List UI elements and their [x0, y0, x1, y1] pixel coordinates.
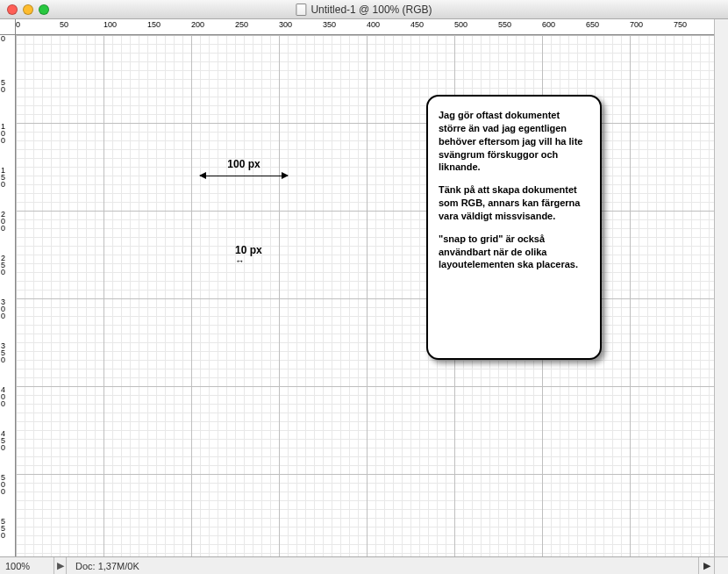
document-size-info: Doc: 1,37M/0K — [67, 561, 148, 571]
ruler-origin[interactable] — [0, 19, 16, 35]
ruler-h-tick: 400 — [367, 19, 380, 29]
window-titlebar: Untitled-1 @ 100% (RGB) — [0, 0, 728, 19]
ruler-h-tick: 100 — [103, 19, 117, 29]
status-bar: 100% ▶ Doc: 1,37M/0K ▶ — [0, 556, 714, 574]
dimension-100px-label: 100 px — [200, 158, 288, 170]
ruler-h-tick: 300 — [279, 19, 292, 29]
ruler-v-tick: 0 — [1, 532, 5, 540]
ruler-v-tick: 0 — [1, 137, 5, 145]
note-paragraph-1: Jag gör oftast dokumentet större än vad … — [439, 109, 589, 174]
ruler-v-tick: 0 — [1, 312, 5, 320]
dimension-100px: 100 px — [200, 158, 288, 181]
note-paragraph-2: Tänk på att skapa dokumentet som RGB, an… — [439, 183, 589, 223]
ruler-h-tick: 700 — [630, 19, 643, 29]
canvas[interactable]: 100 px 10 px ↔ Jag gör oftast dokumentet… — [16, 35, 714, 556]
dimension-10px-label: 10 px — [235, 244, 262, 256]
ruler-vertical[interactable]: 050100150200250300350400450500550 — [0, 35, 16, 556]
window-title: Untitled-1 @ 100% (RGB) — [296, 4, 432, 16]
ruler-h-tick: 550 — [498, 19, 511, 29]
dimension-10px-arrow: ↔ — [235, 256, 262, 266]
traffic-lights — [7, 4, 49, 15]
close-button[interactable] — [7, 4, 18, 15]
ruler-h-tick: 200 — [191, 19, 204, 29]
ruler-h-tick: 250 — [235, 19, 248, 29]
ruler-v-tick: 0 — [1, 269, 5, 276]
scrollbar-vertical[interactable] — [714, 19, 728, 556]
ruler-v-tick: 0 — [1, 444, 5, 452]
resize-handle[interactable] — [714, 556, 728, 574]
ruler-h-tick: 50 — [60, 19, 68, 29]
ruler-h-tick: 500 — [454, 19, 467, 29]
ruler-v-tick: 0 — [1, 35, 5, 43]
ruler-h-tick: 150 — [147, 19, 161, 29]
zoom-button[interactable] — [39, 4, 49, 15]
ruler-h-tick: 650 — [586, 19, 599, 29]
ruler-v-tick: 0 — [1, 225, 5, 233]
dimension-100px-arrow — [200, 172, 288, 181]
ruler-v-tick: 0 — [1, 488, 5, 496]
scroll-right-arrow[interactable]: ▶ — [698, 557, 714, 574]
title-text: Untitled-1 @ 100% (RGB) — [310, 4, 432, 16]
ruler-v-tick: 0 — [1, 86, 5, 94]
document-icon — [296, 4, 306, 16]
note-paragraph-3: "snap to grid" är också användbart när d… — [439, 233, 589, 272]
ruler-h-tick: 750 — [674, 19, 687, 29]
ruler-v-tick: 0 — [1, 181, 5, 189]
status-popup-button[interactable]: ▶ — [54, 557, 67, 574]
ruler-h-tick: 600 — [542, 19, 555, 29]
dimension-10px: 10 px ↔ — [235, 244, 262, 266]
grid-major — [16, 35, 714, 556]
ruler-h-tick: 450 — [410, 19, 424, 29]
annotation-note: Jag gör oftast dokumentet större än vad … — [426, 95, 602, 360]
ruler-v-tick: 0 — [1, 356, 5, 364]
minimize-button[interactable] — [23, 4, 33, 15]
ruler-h-tick: 350 — [323, 19, 336, 29]
zoom-level[interactable]: 100% — [0, 557, 54, 574]
ruler-horizontal[interactable]: 0501001502002503003504004505005506006507… — [16, 19, 714, 35]
ruler-v-tick: 0 — [1, 400, 5, 408]
grid-minor — [16, 35, 714, 556]
ruler-h-tick: 0 — [16, 19, 20, 29]
